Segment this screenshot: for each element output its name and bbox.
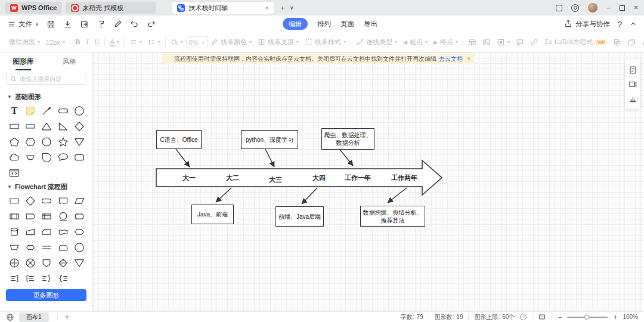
line-width-select[interactable]: 线条宽度▾ (255, 38, 302, 47)
end-arrow-select[interactable]: ▶终点▾ (431, 38, 461, 47)
delay-shape[interactable] (23, 210, 38, 223)
circle-shape[interactable] (72, 104, 87, 117)
node-box[interactable]: 数据挖掘、舆情分析、推荐算法 (360, 206, 425, 227)
diamond-shape[interactable] (23, 194, 38, 208)
preparation-shape[interactable] (72, 225, 87, 239)
tab-style[interactable]: 风格 (47, 52, 93, 70)
hexagon-shape[interactable] (23, 135, 38, 148)
section-basic-shapes[interactable]: ▼ 基础图形 (0, 89, 92, 102)
pill-shape[interactable] (55, 104, 70, 117)
user-avatar[interactable] (588, 3, 597, 13)
add-canvas-button[interactable]: + (65, 312, 70, 321)
node-box[interactable]: C语言、Office (156, 130, 202, 149)
file-menu[interactable]: 文件 ∨ (8, 20, 39, 29)
comment-button[interactable] (513, 38, 527, 47)
shape-search-box[interactable] (6, 73, 86, 85)
zoom-in-button[interactable]: + (613, 313, 617, 321)
pill-shape[interactable] (39, 194, 54, 208)
limit-help-button[interactable]: ? (520, 314, 527, 320)
rounded-rectangle-shape[interactable] (72, 151, 87, 164)
latex-button[interactable]: ΣxLaTeX方程式VIP (541, 38, 610, 47)
octagon-shape[interactable] (39, 135, 54, 148)
wps-home-tab[interactable]: W WPS Office (5, 2, 62, 14)
card-shape[interactable] (39, 225, 54, 239)
cloud-shape[interactable] (7, 151, 21, 164)
tab-arrange[interactable]: 排列 (317, 20, 331, 29)
insert-image-button[interactable] (479, 38, 494, 47)
trapezoid-down-shape[interactable] (7, 241, 21, 254)
triangle-down-shape[interactable] (72, 256, 87, 270)
insert-shape-button[interactable]: ▾ (494, 38, 513, 47)
group-button[interactable] (610, 38, 624, 47)
wave-shape[interactable] (55, 225, 70, 239)
tab-close-button[interactable]: × (265, 5, 269, 11)
underline-button[interactable]: U (91, 38, 103, 47)
connector[interactable] (302, 188, 317, 204)
connector[interactable] (388, 188, 407, 203)
tab-export[interactable]: 导出 (364, 20, 377, 29)
zoom-out-button[interactable]: − (558, 313, 562, 321)
manual-input-shape[interactable] (23, 225, 38, 239)
globe-icon[interactable] (6, 313, 14, 321)
share-button[interactable]: 分享与协作 (564, 20, 610, 29)
diamond-lined-shape[interactable] (55, 256, 70, 270)
redo-button[interactable] (147, 20, 156, 29)
line-style-select[interactable]: 线条样式▾ (302, 38, 349, 47)
docer-template-tab[interactable]: 来稻壳 找模板 (66, 2, 156, 14)
save-button[interactable] (47, 20, 55, 29)
text-shape[interactable] (7, 104, 21, 117)
start-arrow-select[interactable]: ◀起点▾ (400, 38, 431, 47)
triangle-down-shape[interactable] (72, 135, 87, 148)
tab-list-button[interactable]: ∨ (290, 5, 294, 11)
code-block-shape[interactable] (7, 166, 21, 179)
pencil-tool-button[interactable] (113, 20, 122, 29)
drawing-canvas[interactable]: 流程图使用时需保持联网，内容会实时保存至云文档。关闭后可在云文档中找到文件并打开… (93, 52, 644, 311)
fill-color-button[interactable]: ▾ (168, 38, 186, 46)
circle-cross-shape[interactable] (23, 256, 38, 270)
annotation-left-bracket-shape[interactable] (23, 272, 38, 285)
tab-shape-library[interactable]: 图形库 (0, 52, 47, 70)
internal-storage-shape[interactable] (39, 210, 54, 223)
fit-screen-icon[interactable] (538, 313, 546, 321)
rectangle-shape[interactable] (7, 194, 21, 208)
database-shape[interactable] (7, 225, 21, 239)
node-box[interactable]: 前端、Java后端 (275, 206, 324, 227)
insert-link-button[interactable] (527, 38, 541, 47)
rectangle-shape[interactable] (7, 120, 21, 133)
parallelogram-shape[interactable] (72, 194, 87, 208)
diamond-shape[interactable] (72, 120, 87, 133)
insert-table-button[interactable] (465, 38, 479, 47)
speech-bubble-shape[interactable] (55, 151, 70, 164)
shape-search-input[interactable] (20, 76, 79, 82)
document-shape[interactable] (55, 194, 70, 208)
help-button[interactable]: ? (618, 20, 622, 29)
zoom-slider[interactable] (567, 317, 608, 318)
circle-shape[interactable] (72, 241, 87, 254)
new-tab-button[interactable]: + (280, 4, 285, 13)
format-painter-button[interactable] (97, 20, 106, 29)
canvas-size-button[interactable] (628, 80, 637, 89)
collapse-toolbar-button[interactable] (630, 20, 637, 27)
line-color-select[interactable]: 线条颜色▾ (208, 38, 255, 47)
trapezoid-curved-shape[interactable] (23, 151, 38, 164)
predefined-process-shape[interactable] (7, 210, 21, 223)
connector-type-select[interactable]: 连线类型▾ (353, 38, 400, 47)
maximize-button[interactable] (620, 5, 625, 11)
align-select[interactable]: ▾ (126, 38, 145, 46)
font-size-select[interactable]: 12px▾ (43, 39, 68, 46)
display-rounded-shape[interactable] (55, 241, 70, 254)
node-box[interactable]: python、深度学习 (241, 130, 298, 149)
section-flowchart-shapes[interactable]: ▼ Flowchart 流程图 (0, 179, 92, 192)
export-button[interactable] (80, 20, 89, 29)
window-mode-icon[interactable] (556, 5, 562, 11)
bold-button[interactable]: B (72, 38, 83, 47)
circle-plus-shape[interactable] (7, 256, 21, 270)
connector[interactable] (340, 150, 353, 166)
sticky-note-shape[interactable] (23, 104, 38, 117)
double-line-shape[interactable] (39, 241, 54, 254)
teardrop-shape[interactable] (39, 151, 54, 164)
minimize-button[interactable]: – (606, 4, 611, 11)
opacity-input[interactable]: 0%▲▼ (186, 36, 208, 48)
connector[interactable] (265, 149, 274, 167)
pen-shape[interactable] (39, 104, 54, 117)
